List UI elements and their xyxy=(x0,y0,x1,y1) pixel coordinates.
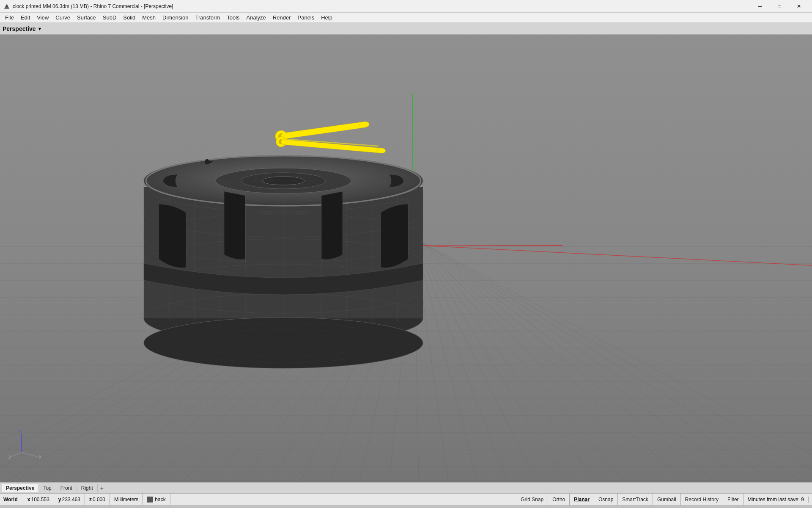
y-label: y xyxy=(58,497,61,502)
add-viewport-tab-button[interactable]: + xyxy=(98,484,106,492)
world-coord-label: World xyxy=(0,494,23,505)
z-value: 0.000 xyxy=(93,497,105,502)
svg-line-54 xyxy=(21,453,38,457)
menu-item-edit[interactable]: Edit xyxy=(17,14,33,22)
menu-item-mesh[interactable]: Mesh xyxy=(139,14,159,22)
menu-bar: FileEditViewCurveSurfaceSubDSolidMeshDim… xyxy=(0,13,812,23)
viewport-dropdown-arrow[interactable]: ▼ xyxy=(38,26,42,31)
x-label: x xyxy=(27,497,30,502)
snap-area: Grid SnapOrthoPlanarOsnapSmartTrackGumba… xyxy=(516,494,812,505)
last-save-value: 9 xyxy=(801,497,804,502)
menu-item-file[interactable]: File xyxy=(2,14,17,22)
menu-item-dimension[interactable]: Dimension xyxy=(159,14,192,22)
title-text: clock printed MM 06.3dm (13 MB) - Rhino … xyxy=(13,3,173,9)
svg-text:z: z xyxy=(19,428,21,433)
world-label: World xyxy=(3,497,18,502)
title-left: clock printed MM 06.3dm (13 MB) - Rhino … xyxy=(3,3,173,10)
svg-rect-49 xyxy=(281,139,382,153)
menu-item-transform[interactable]: Transform xyxy=(192,14,223,22)
viewport-label-bar: Perspective ▼ xyxy=(0,23,812,35)
layer-color-swatch xyxy=(147,497,153,502)
clock-model-svg xyxy=(118,69,448,373)
rhino-icon xyxy=(3,3,10,10)
menu-item-help[interactable]: Help xyxy=(318,14,336,22)
svg-line-56 xyxy=(11,453,21,457)
y-coord: y 233.463 xyxy=(54,494,85,505)
layer-display: back xyxy=(143,494,170,505)
snap-btn-osnap[interactable]: Osnap xyxy=(594,494,618,505)
viewport-tab-top[interactable]: Top xyxy=(39,484,56,492)
menu-item-surface[interactable]: Surface xyxy=(74,14,99,22)
last-save-label: Minutes from last save: xyxy=(748,497,800,502)
minimize-button[interactable]: ─ xyxy=(750,0,770,13)
snap-btn-smarttrack[interactable]: SmartTrack xyxy=(618,494,653,505)
y-value: 233.463 xyxy=(62,497,80,502)
menu-item-tools[interactable]: Tools xyxy=(223,14,243,22)
svg-rect-45 xyxy=(281,121,365,139)
snap-btn-gumball[interactable]: Gumball xyxy=(653,494,681,505)
snap-btn-record-history[interactable]: Record History xyxy=(681,494,723,505)
menu-item-panels[interactable]: Panels xyxy=(294,14,318,22)
units-label: Millimeters xyxy=(114,497,138,502)
close-button[interactable]: ✕ xyxy=(789,0,809,13)
3d-viewport[interactable]: z x y xyxy=(0,35,812,482)
viewport-tab-perspective[interactable]: Perspective xyxy=(2,484,39,492)
z-coord: z 0.000 xyxy=(85,494,110,505)
menu-item-solid[interactable]: Solid xyxy=(120,14,139,22)
menu-item-subd[interactable]: SubD xyxy=(99,14,120,22)
layer-name: back xyxy=(155,497,165,502)
snap-btn-grid-snap[interactable]: Grid Snap xyxy=(516,494,548,505)
title-controls: ─ □ ✕ xyxy=(750,0,809,13)
svg-text:y: y xyxy=(8,454,11,459)
snap-btn-planar[interactable]: Planar xyxy=(570,494,594,505)
maximize-button[interactable]: □ xyxy=(770,0,789,13)
svg-point-40 xyxy=(144,318,423,368)
units-display: Millimeters xyxy=(110,494,143,505)
status-bar: World x 100.553 y 233.463 z 0.000 Millim… xyxy=(0,493,812,505)
menu-item-curve[interactable]: Curve xyxy=(52,14,74,22)
clock-hands-svg xyxy=(230,117,391,172)
svg-text:x: x xyxy=(39,454,41,459)
snap-btn-filter[interactable]: Filter xyxy=(723,494,743,505)
svg-point-1 xyxy=(6,6,8,7)
x-coord: x 100.553 xyxy=(23,494,54,505)
viewport-tab-front[interactable]: Front xyxy=(56,484,77,492)
title-bar: clock printed MM 06.3dm (13 MB) - Rhino … xyxy=(0,0,812,13)
menu-item-analyze[interactable]: Analyze xyxy=(243,14,269,22)
last-save-info: Minutes from last save: 9 xyxy=(743,497,809,502)
viewport-tab-right[interactable]: Right xyxy=(77,484,98,492)
axis-indicator: z x y xyxy=(8,427,42,461)
viewport-label[interactable]: Perspective xyxy=(3,25,36,32)
snap-btn-ortho[interactable]: Ortho xyxy=(548,494,570,505)
viewport-tabs-bar: PerspectiveTopFrontRight+ xyxy=(0,482,812,493)
z-label: z xyxy=(89,497,92,502)
x-value: 100.553 xyxy=(31,497,49,502)
menu-item-view[interactable]: View xyxy=(33,14,52,22)
menu-item-render[interactable]: Render xyxy=(269,14,294,22)
